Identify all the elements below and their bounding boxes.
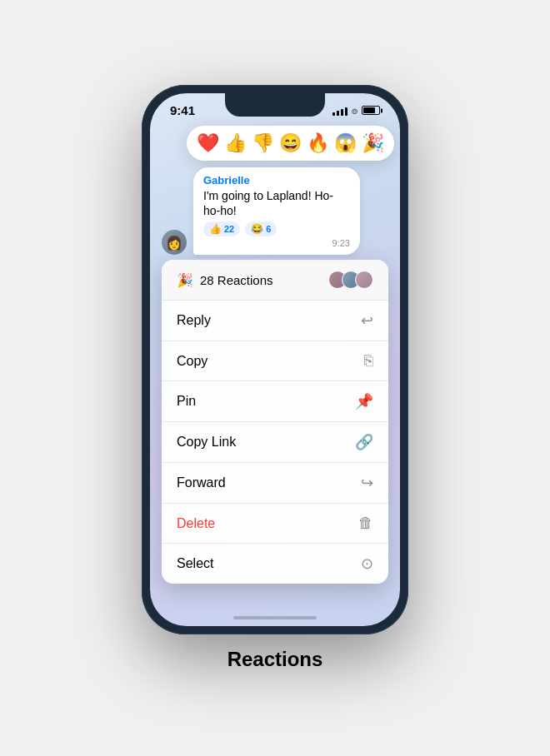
link-icon: 🔗 — [355, 433, 373, 451]
menu-item-reply[interactable]: Reply ↩ — [162, 301, 388, 341]
reaction-emoji-2: 😂 — [251, 223, 263, 235]
context-menu: 🎉 28 Reactions Reply ↩ — [162, 260, 388, 584]
wifi-icon: ⌾ — [352, 105, 358, 117]
menu-item-pin[interactable]: Pin 📌 — [162, 381, 388, 422]
phone-screen: 9:41 ⌾ ❤️ — [150, 93, 400, 626]
home-indicator — [233, 616, 317, 619]
menu-label-reply: Reply — [177, 313, 211, 328]
message-text: I'm going to Lapland! Ho-ho-ho! — [203, 188, 350, 218]
reaction-count-2: 6 — [266, 224, 271, 234]
copy-icon: ⎘ — [364, 352, 373, 370]
select-icon: ⊙ — [361, 555, 373, 573]
menu-item-copy-link[interactable]: Copy Link 🔗 — [162, 422, 388, 463]
emoji-grin[interactable]: 😄 — [279, 132, 302, 154]
page-wrapper: 9:41 ⌾ ❤️ — [125, 68, 425, 688]
emoji-party[interactable]: 🎉 — [362, 132, 384, 154]
emoji-scream[interactable]: 😱 — [334, 132, 357, 154]
reactions-header: 🎉 28 Reactions — [177, 272, 273, 288]
emoji-heart[interactable]: ❤️ — [197, 132, 219, 154]
menu-label-delete: Delete — [177, 516, 215, 531]
reaction-thumbsup[interactable]: 👍 22 — [203, 221, 240, 236]
menu-label-pin: Pin — [177, 394, 196, 409]
reaction-count-1: 22 — [224, 224, 234, 234]
menu-label-select: Select — [177, 556, 213, 571]
menu-label-copy-link: Copy Link — [177, 435, 236, 450]
sender-name: Gabrielle — [203, 174, 350, 187]
pin-icon: 📌 — [355, 392, 373, 410]
message-row: 👩 Gabrielle I'm going to Lapland! Ho-ho-… — [162, 167, 388, 255]
emoji-thumbsdown[interactable]: 👎 — [252, 132, 274, 154]
menu-label-copy: Copy — [177, 354, 208, 369]
signal-icon — [332, 106, 348, 116]
reactions-avatar-3 — [355, 271, 373, 289]
reply-icon: ↩ — [361, 311, 373, 330]
status-icons: ⌾ — [332, 105, 380, 117]
menu-item-select[interactable]: Select ⊙ — [162, 544, 388, 584]
delete-icon: 🗑 — [358, 515, 373, 532]
forward-icon: ↪ — [361, 474, 373, 492]
message-reactions: 👍 22 😂 6 — [203, 221, 350, 236]
message-bubble: Gabrielle I'm going to Lapland! Ho-ho-ho… — [193, 167, 360, 255]
reactions-icon: 🎉 — [177, 272, 193, 288]
menu-item-forward[interactable]: Forward ↪ — [162, 463, 388, 504]
menu-item-delete[interactable]: Delete 🗑 — [162, 504, 388, 544]
reactions-row[interactable]: 🎉 28 Reactions — [162, 260, 388, 301]
reactions-count-text: 28 Reactions — [200, 273, 273, 287]
message-time: 9:23 — [203, 238, 350, 248]
avatar: 👩 — [162, 230, 187, 255]
page-title: Reactions — [228, 648, 323, 671]
notch — [225, 93, 325, 117]
battery-icon — [362, 106, 380, 115]
emoji-fire[interactable]: 🔥 — [307, 132, 329, 154]
reactions-avatars — [328, 271, 373, 289]
status-time: 9:41 — [170, 103, 195, 117]
chat-area: ❤️ 👍 👎 😄 🔥 😱 🎉 👩 Gabrielle I'm going — [150, 117, 400, 592]
menu-label-forward: Forward — [177, 475, 226, 490]
reaction-emoji-1: 👍 — [209, 223, 222, 235]
reaction-laugh[interactable]: 😂 6 — [245, 221, 277, 236]
emoji-thumbsup[interactable]: 👍 — [224, 132, 247, 154]
emoji-reaction-bar[interactable]: ❤️ 👍 👎 😄 🔥 😱 🎉 — [187, 126, 394, 161]
phone-frame: 9:41 ⌾ ❤️ — [142, 85, 408, 634]
menu-item-copy[interactable]: Copy ⎘ — [162, 341, 388, 381]
